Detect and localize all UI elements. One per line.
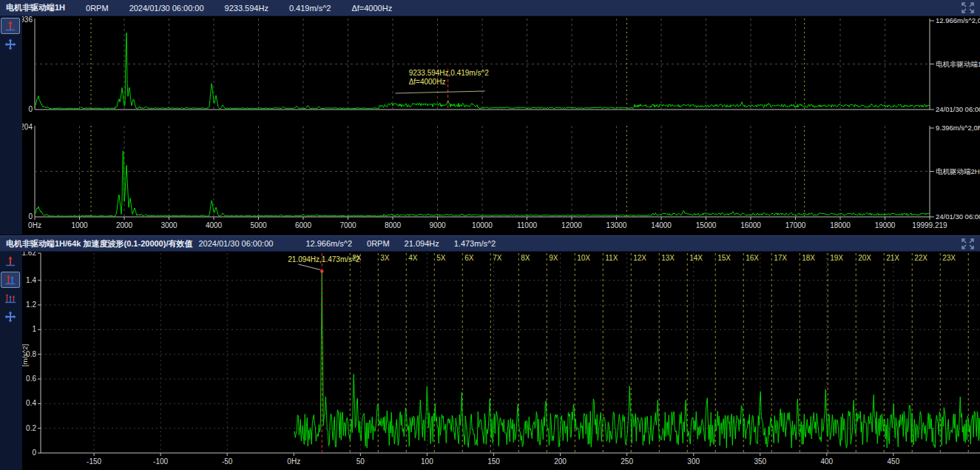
svg-text:14X: 14X: [689, 254, 703, 262]
expand-icon[interactable]: [962, 2, 974, 13]
svg-text:9.396m/s^2,0RPM: 9.396m/s^2,0RPM: [936, 124, 980, 132]
cursor-amp-value: 0.419m/s^2: [289, 4, 331, 13]
waveform-panel-body: 00.20.40.60.811.21.41.62[m/s^2]-150-100-…: [0, 252, 980, 470]
svg-text:9000: 9000: [429, 221, 446, 229]
svg-text:13X: 13X: [661, 254, 675, 262]
svg-text:0.2: 0.2: [26, 424, 36, 432]
svg-text:300: 300: [687, 457, 700, 466]
svg-text:12000: 12000: [561, 221, 582, 229]
pan-tool-button[interactable]: [1, 36, 20, 53]
svg-text:21X: 21X: [886, 254, 899, 262]
svg-text:19X: 19X: [830, 254, 843, 262]
svg-text:5X: 5X: [436, 254, 446, 262]
svg-text:0: 0: [32, 449, 36, 457]
waveform-datetime: 2024/01/30 06:00:00: [198, 239, 273, 248]
channel-title: 电机非驱动端1H: [6, 2, 65, 13]
waveform-panel: 电机非驱动端1H/64k 加速度波形(0.1-20000)/有效值 2024/0…: [0, 235, 980, 470]
peak-cursor-tool-button[interactable]: [1, 18, 20, 34]
svg-text:-150: -150: [87, 457, 101, 466]
rms-value: 12.966m/s^2: [305, 239, 352, 248]
svg-text:11000: 11000: [517, 221, 538, 229]
svg-text:23X: 23X: [942, 254, 956, 262]
harmonic-cursor-tool-button[interactable]: [1, 272, 20, 288]
pan-tool-button[interactable]: [1, 309, 20, 325]
svg-text:0.6: 0.6: [26, 375, 36, 383]
svg-text:8X: 8X: [521, 254, 530, 262]
svg-text:9X: 9X: [549, 254, 558, 262]
svg-text:3000: 3000: [160, 221, 178, 229]
svg-text:12X: 12X: [633, 254, 646, 262]
svg-text:2000: 2000: [116, 221, 133, 229]
svg-text:7X: 7X: [493, 254, 502, 262]
svg-text:0: 0: [28, 105, 33, 113]
svg-text:50: 50: [356, 457, 365, 466]
svg-text:3X: 3X: [380, 254, 390, 262]
svg-text:19999.219: 19999.219: [912, 221, 947, 229]
svg-text:1.62: 1.62: [22, 252, 36, 257]
vibration-analysis-app: 电机非驱动端1H 0RPM 2024/01/30 06:00:00 9233.5…: [0, 0, 980, 470]
svg-text:15000: 15000: [696, 221, 717, 229]
svg-text:4.204: 4.204: [22, 123, 33, 131]
spectrum-panel: 电机非驱动端1H 0RPM 2024/01/30 06:00:00 9233.5…: [0, 0, 980, 235]
svg-text:8000: 8000: [385, 221, 402, 229]
svg-text:200: 200: [554, 457, 567, 466]
svg-text:17X: 17X: [774, 254, 787, 262]
svg-text:21.094Hz,1.473m/s^2: 21.094Hz,1.473m/s^2: [288, 255, 359, 263]
svg-text:10X: 10X: [577, 254, 590, 262]
svg-text:13000: 13000: [606, 221, 627, 229]
single-cursor-tool-button[interactable]: [1, 253, 20, 269]
expand-icon[interactable]: [962, 238, 974, 249]
svg-text:3.936: 3.936: [22, 16, 33, 24]
svg-text:150: 150: [487, 457, 500, 466]
svg-text:15X: 15X: [717, 254, 731, 262]
cursor-freq-value: 21.094Hz: [405, 239, 439, 248]
svg-text:电机驱动端2H: 电机驱动端2H: [936, 167, 980, 175]
svg-text:6X: 6X: [464, 254, 474, 262]
spectrum-toolbar: [0, 16, 22, 235]
waveform-chart[interactable]: 00.20.40.60.811.21.41.62[m/s^2]-150-100-…: [22, 252, 980, 470]
sideband-cursor-tool-button[interactable]: [1, 290, 20, 306]
cursor-freq-value: 9233.594Hz: [225, 4, 268, 13]
svg-text:6000: 6000: [295, 221, 312, 229]
svg-text:4X: 4X: [408, 254, 418, 262]
svg-text:20X: 20X: [858, 254, 871, 262]
svg-text:250: 250: [621, 457, 633, 466]
svg-text:450: 450: [888, 457, 900, 466]
svg-text:14000: 14000: [651, 221, 672, 229]
cursor-amp-value: 1.473m/s^2: [454, 239, 496, 248]
svg-text:100: 100: [421, 457, 433, 466]
datetime-value: 2024/01/30 06:00:00: [129, 4, 204, 13]
svg-text:18X: 18X: [802, 254, 815, 262]
svg-text:-100: -100: [153, 457, 168, 466]
svg-text:19000: 19000: [875, 221, 896, 229]
svg-text:1.4: 1.4: [26, 276, 36, 284]
svg-text:10000: 10000: [472, 221, 493, 229]
svg-text:5000: 5000: [250, 221, 267, 229]
svg-text:350: 350: [754, 457, 766, 466]
svg-text:1000: 1000: [71, 221, 88, 229]
svg-text:[m/s^2]: [m/s^2]: [22, 344, 29, 366]
svg-text:16X: 16X: [746, 254, 759, 262]
svg-text:0Hz: 0Hz: [28, 221, 41, 229]
svg-text:1: 1: [32, 325, 36, 333]
svg-text:1.2: 1.2: [26, 301, 36, 309]
waveform-toolbar: [0, 252, 22, 470]
svg-text:11X: 11X: [605, 254, 618, 262]
svg-text:0.4: 0.4: [26, 399, 36, 407]
svg-text:12.966m/s^2,0RPM: 12.966m/s^2,0RPM: [936, 16, 980, 24]
waveform-title: 电机非驱动端1H/64k 加速度波形(0.1-20000)/有效值: [6, 238, 192, 249]
spectrum-charts[interactable]: 03.93612.966m/s^2,0RPM电机非驱动端1H24/01/30 0…: [22, 16, 980, 235]
svg-text:-50: -50: [222, 457, 233, 466]
svg-text:Δf=4000Hz: Δf=4000Hz: [409, 78, 446, 86]
svg-text:9233.594Hz,0.419m/s^2: 9233.594Hz,0.419m/s^2: [409, 69, 490, 77]
svg-text:16000: 16000: [740, 221, 761, 229]
svg-text:0: 0: [28, 212, 33, 221]
rpm-value: 0RPM: [86, 4, 109, 13]
svg-text:7000: 7000: [339, 221, 356, 229]
spectrum-panel-body: 03.93612.966m/s^2,0RPM电机非驱动端1H24/01/30 0…: [0, 16, 980, 235]
svg-text:18000: 18000: [830, 221, 851, 229]
svg-text:0Hz: 0Hz: [287, 457, 300, 466]
svg-text:22X: 22X: [914, 254, 927, 262]
waveform-panel-header: 电机非驱动端1H/64k 加速度波形(0.1-20000)/有效值 2024/0…: [0, 235, 980, 252]
svg-text:电机非驱动端1H: 电机非驱动端1H: [936, 60, 980, 68]
